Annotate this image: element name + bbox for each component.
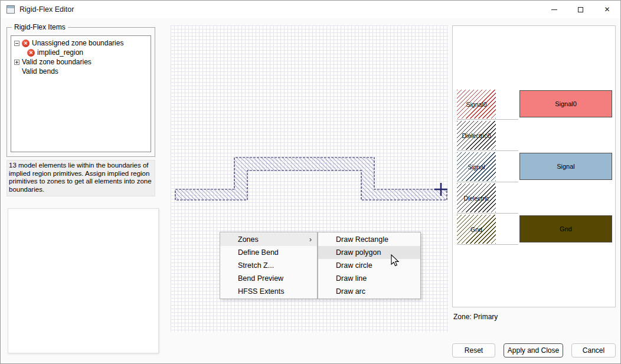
- app-icon: [6, 5, 15, 14]
- canvas-context-menu: Zones › Define Bend Stretch Z... Bend Pr…: [220, 232, 318, 299]
- rigid-flex-items-groupbox: Rigid-Flex Items Unassigned zone boundar…: [6, 27, 155, 157]
- error-icon: [27, 49, 35, 57]
- menu-item-label: Draw circle: [336, 261, 372, 270]
- menu-item-hfss-extents[interactable]: HFSS Extents: [220, 285, 317, 298]
- rigid-flex-items-tree[interactable]: Unassigned zone boundaries implied_regio…: [11, 35, 151, 152]
- stackup-row-gnd: Gnd Gnd: [453, 214, 616, 245]
- cancel-button[interactable]: Cancel: [571, 343, 616, 358]
- maximize-icon: [578, 7, 583, 12]
- tree-item-unassigned-zone-boundaries[interactable]: Unassigned zone boundaries: [11, 38, 151, 48]
- menu-item-zones[interactable]: Zones ›: [220, 233, 317, 246]
- menu-item-label: Draw polygon: [336, 248, 381, 257]
- layer-color-block: Gnd: [519, 215, 612, 242]
- properties-panel: [8, 208, 159, 353]
- tree-item-implied-region[interactable]: implied_region: [11, 48, 151, 57]
- layer-hatch-swatch: Signal0: [457, 90, 496, 119]
- menu-item-label: Draw Rectangle: [336, 235, 388, 244]
- tree-item-valid-zone-boundaries[interactable]: Valid zone boundaries: [11, 57, 151, 67]
- layer-color-block: Signal: [519, 153, 612, 180]
- layer-name: Signal: [557, 163, 575, 170]
- expand-expander-icon[interactable]: [14, 60, 19, 65]
- menu-item-label: Draw arc: [336, 287, 365, 296]
- menu-item-draw-polygon[interactable]: Draw polygon: [318, 246, 420, 259]
- menu-item-label: Stretch Z...: [238, 261, 274, 270]
- minimize-button[interactable]: [541, 1, 567, 18]
- reset-button[interactable]: Reset: [452, 343, 495, 358]
- layer-name: Dielectric0: [462, 132, 491, 139]
- tree-item-valid-bends[interactable]: Valid bends: [11, 67, 151, 76]
- layer-name: Dielectric: [463, 195, 489, 202]
- menu-item-label: HFSS Extents: [238, 287, 285, 296]
- close-icon: ✕: [604, 5, 610, 14]
- stackup-row-signal: Signal Signal: [453, 151, 616, 182]
- tree-item-label: Valid zone boundaries: [22, 58, 91, 66]
- layer-color-block: Signal0: [519, 90, 612, 117]
- tree-item-label: Valid bends: [22, 67, 58, 76]
- layer-stackup-panel: Signal0 Signal0 Dielectric0 Signal Signa…: [452, 25, 616, 307]
- titlebar: Rigid-Flex Editor ✕: [1, 1, 620, 18]
- error-icon: [22, 40, 30, 47]
- stackup-row-signal0: Signal0 Signal0: [453, 88, 616, 120]
- row-divider: [457, 244, 518, 245]
- mouse-pointer-icon: [391, 254, 400, 267]
- layer-name: Signal0: [466, 101, 486, 108]
- menu-item-draw-circle[interactable]: Draw circle: [318, 259, 420, 272]
- rigid-flex-editor-window: Rigid-Flex Editor ✕ Rigid-Flex Items Una…: [0, 0, 621, 364]
- layer-hatch-swatch: Gnd: [457, 215, 496, 244]
- menu-item-label: Draw line: [336, 274, 367, 283]
- minimize-icon: [551, 9, 557, 10]
- menu-item-label: Zones: [238, 235, 259, 244]
- menu-item-draw-rectangle[interactable]: Draw Rectangle: [318, 233, 420, 246]
- tree-item-label: Unassigned zone boundaries: [32, 39, 123, 47]
- menu-item-stretch-z[interactable]: Stretch Z...: [220, 259, 317, 272]
- layer-name: Gnd: [560, 225, 572, 232]
- layer-name: Signal: [468, 163, 485, 170]
- stackup-row-dielectric0: Dielectric0: [453, 120, 616, 151]
- layer-hatch-swatch: Dielectric: [457, 183, 496, 212]
- stackup-row-dielectric: Dielectric: [453, 182, 616, 214]
- menu-item-bend-preview[interactable]: Bend Preview: [220, 272, 317, 285]
- menu-item-label: Define Bend: [238, 248, 279, 257]
- menu-item-label: Bend Preview: [238, 274, 283, 283]
- close-button[interactable]: ✕: [594, 1, 620, 18]
- menu-item-draw-arc[interactable]: Draw arc: [318, 285, 420, 298]
- collapse-expander-icon[interactable]: [14, 41, 19, 46]
- validation-message: 13 model elements lie within the boundar…: [6, 160, 155, 196]
- submenu-arrow-icon: ›: [309, 233, 312, 246]
- apply-and-close-button[interactable]: Apply and Close: [504, 343, 563, 358]
- layer-name: Gnd: [470, 226, 482, 233]
- window-title: Rigid-Flex Editor: [19, 5, 74, 14]
- layer-hatch-swatch: Dielectric0: [457, 121, 496, 150]
- tree-item-label: implied_region: [37, 48, 83, 57]
- maximize-button[interactable]: [567, 1, 594, 18]
- menu-item-draw-line[interactable]: Draw line: [318, 272, 420, 285]
- zone-indicator: Zone: Primary: [453, 313, 498, 321]
- layer-name: Signal0: [555, 100, 577, 107]
- groupbox-title: Rigid-Flex Items: [12, 23, 68, 31]
- zones-submenu: Draw Rectangle Draw polygon Draw circle …: [318, 232, 421, 299]
- layer-hatch-swatch: Signal: [457, 152, 496, 181]
- menu-item-define-bend[interactable]: Define Bend: [220, 246, 317, 259]
